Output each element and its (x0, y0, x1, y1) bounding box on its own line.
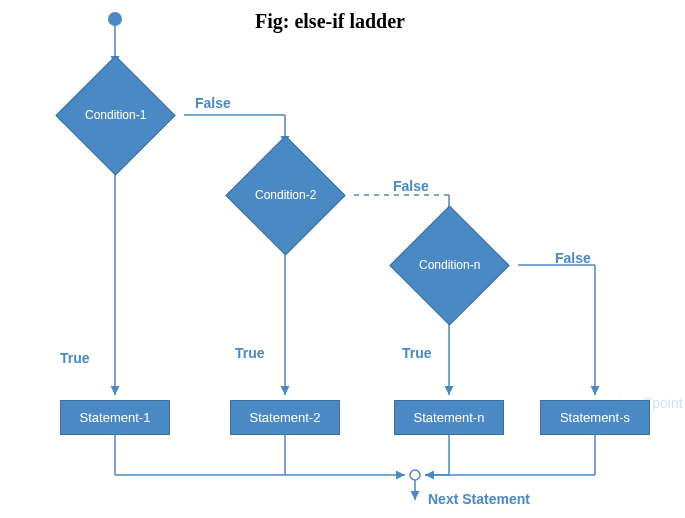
false-label-1: False (195, 95, 231, 111)
false-label-2: False (393, 178, 429, 194)
false-label-n: False (555, 250, 591, 266)
statement-n-text: Statement-n (414, 410, 485, 425)
condition-2-label: Condition-2 (255, 188, 316, 202)
condition-n-label: Condition-n (419, 258, 480, 272)
statement-n-box: Statement-n (394, 400, 504, 435)
figure-title: Fig: else-if ladder (255, 10, 405, 33)
true-label-1: True (60, 350, 90, 366)
statement-1-box: Statement-1 (60, 400, 170, 435)
statement-2-text: Statement-2 (250, 410, 321, 425)
next-statement-label: Next Statement (428, 491, 530, 507)
start-node (108, 12, 122, 26)
condition-1-label: Condition-1 (85, 108, 146, 122)
watermark-text: javaTpoint (618, 395, 683, 411)
true-label-n: True (402, 345, 432, 361)
statement-1-text: Statement-1 (80, 410, 151, 425)
statement-2-box: Statement-2 (230, 400, 340, 435)
statement-s-text: Statement-s (560, 410, 630, 425)
svg-point-16 (410, 470, 420, 480)
true-label-2: True (235, 345, 265, 361)
